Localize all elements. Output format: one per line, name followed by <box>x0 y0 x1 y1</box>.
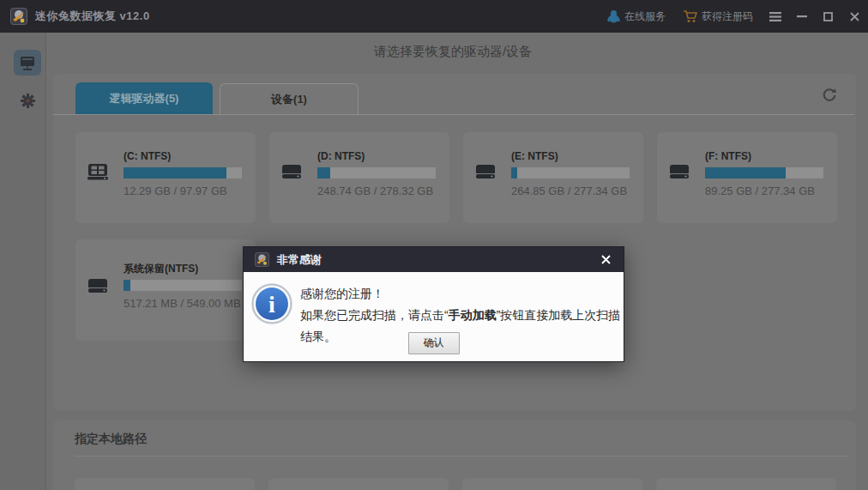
confirm-button[interactable]: 确认 <box>408 332 460 354</box>
close-icon <box>850 12 859 21</box>
drive-name: (F: NTFS) <box>705 150 751 162</box>
app-window: 迷你兔数据恢复 v12.0 在线服务 获得注册码 <box>0 0 868 490</box>
system-drive-icon <box>87 163 108 180</box>
tab-devices[interactable]: 设备(1) <box>220 83 359 114</box>
disk-usage-fill <box>124 280 130 291</box>
drive-size: 12.29 GB / 97.97 GB <box>124 185 227 197</box>
tab-divider <box>53 114 854 115</box>
online-service-label: 在线服务 <box>624 9 666 24</box>
get-register-code-button[interactable]: 获得注册码 <box>674 0 762 33</box>
local-path-panel: 指定本地路径 <box>53 420 856 490</box>
cart-icon <box>683 10 697 23</box>
drive-icon <box>669 163 690 180</box>
dialog-body: i 感谢您的注册！ 如果您已完成扫描，请点击“手动加载”按钮直接加载上次扫描结果… <box>244 272 624 361</box>
manual-load-keyword: 手动加载 <box>449 308 497 322</box>
tab-devices-label: 设备(1) <box>271 92 307 107</box>
hamburger-menu-icon <box>769 12 781 21</box>
sidebar-item-drives[interactable] <box>14 50 41 76</box>
drive-size: 248.74 GB / 278.32 GB <box>317 185 433 197</box>
drive-card-e[interactable]: (E: NTFS) 264.85 GB / 277.34 GB <box>463 132 643 223</box>
disk-usage-bar <box>705 167 823 178</box>
drive-card-system-reserved[interactable]: 系统保留(NTFS) 517.21 MB / 549.00 MB <box>75 239 256 341</box>
disk-usage-bar <box>511 167 630 178</box>
close-window-button[interactable] <box>841 0 868 33</box>
drive-name: (E: NTFS) <box>511 150 558 162</box>
drive-card-d[interactable]: (D: NTFS) 248.74 GB / 278.32 GB <box>269 132 449 223</box>
menu-button[interactable] <box>762 0 788 33</box>
minimize-button[interactable] <box>788 0 815 33</box>
refresh-icon[interactable] <box>822 88 837 103</box>
dialog-title: 非常感谢 <box>277 252 322 268</box>
disk-usage-fill <box>317 167 330 178</box>
local-path-divider <box>75 456 849 457</box>
dialog-message: 感谢您的注册！ 如果您已完成扫描，请点击“手动加载”按钮直接加载上次扫描结果。 <box>300 283 624 348</box>
svg-text:i: i <box>268 291 275 318</box>
qq-penguin-icon <box>607 9 620 23</box>
dialog-titlebar: 非常感谢 <box>244 247 624 272</box>
local-path-card[interactable] <box>462 478 642 490</box>
info-icon: i <box>251 283 292 324</box>
disk-usage-bar <box>124 280 242 291</box>
app-logo-icon <box>10 8 27 25</box>
dialog-logo-icon <box>255 252 269 267</box>
titlebar: 迷你兔数据恢复 v12.0 在线服务 获得注册码 <box>0 0 868 33</box>
drive-card-c[interactable]: (C: NTFS) 12.29 GB / 97.97 GB <box>75 132 256 223</box>
disk-usage-fill <box>705 167 786 178</box>
drive-name: 系统保留(NTFS) <box>124 262 198 276</box>
drive-icon <box>475 163 496 180</box>
minimize-icon <box>797 15 807 18</box>
disk-usage-bar <box>317 167 436 178</box>
maximize-button[interactable] <box>815 0 841 33</box>
dialog-message-line2: 如果您已完成扫描，请点击“手动加载”按钮直接加载上次扫描结果。 <box>300 305 624 348</box>
drive-icon <box>87 277 108 294</box>
sidebar <box>0 33 46 490</box>
local-path-heading: 指定本地路径 <box>75 432 147 447</box>
thank-you-dialog: 非常感谢 i 感谢您的注册！ 如果您 <box>243 246 624 362</box>
dialog-close-button[interactable] <box>596 251 615 269</box>
settings-gear-icon <box>21 94 35 108</box>
drive-icon <box>281 163 302 180</box>
local-path-card[interactable] <box>268 478 449 490</box>
local-path-card[interactable] <box>656 478 836 490</box>
disk-usage-fill <box>124 167 226 178</box>
get-register-code-label: 获得注册码 <box>702 9 753 24</box>
drive-size: 264.85 GB / 277.34 GB <box>511 185 627 197</box>
tab-logical-drives-label: 逻辑驱动器(5) <box>110 91 179 106</box>
tab-logical-drives[interactable]: 逻辑驱动器(5) <box>75 82 213 114</box>
dialog-message-line1: 感谢您的注册！ <box>300 283 624 305</box>
local-path-card[interactable] <box>75 478 255 490</box>
drive-size: 89.25 GB / 277.34 GB <box>705 185 815 197</box>
dialog-close-icon <box>601 255 611 264</box>
sidebar-item-settings[interactable] <box>16 89 39 112</box>
page-title: 请选择要恢复的驱动器/设备 <box>46 44 859 60</box>
drive-name: (C: NTFS) <box>124 150 171 162</box>
disk-usage-bar <box>124 167 242 178</box>
local-path-card-grid <box>75 478 836 490</box>
drive-name: (D: NTFS) <box>317 150 365 162</box>
drive-size: 517.21 MB / 549.00 MB <box>124 297 241 310</box>
monitor-icon <box>19 56 36 70</box>
drive-card-f[interactable]: (F: NTFS) 89.25 GB / 277.34 GB <box>657 132 837 223</box>
disk-usage-fill <box>511 167 517 178</box>
app-title: 迷你兔数据恢复 v12.0 <box>35 9 150 24</box>
maximize-icon <box>823 12 833 21</box>
online-service-button[interactable]: 在线服务 <box>599 0 674 33</box>
